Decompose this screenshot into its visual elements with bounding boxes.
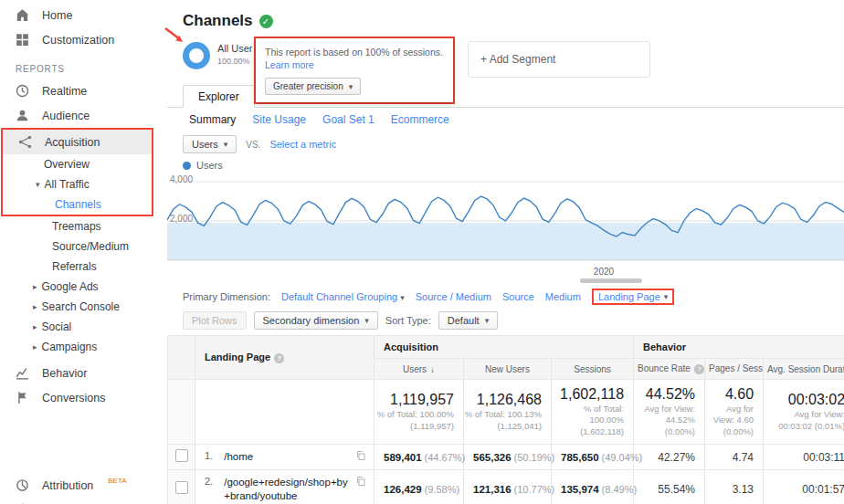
summary-row: 1,119,957% of Total: 100.00% (1,119,957)… <box>168 380 844 445</box>
select-all-header <box>168 336 195 380</box>
sort-descending-icon: ↓ <box>430 364 435 374</box>
sidebar-item-source-medium[interactable]: Source/Medium <box>0 236 167 257</box>
sidebar-item-realtime[interactable]: Realtime <box>0 79 167 103</box>
bounce-rate-column-header[interactable]: Bounce Rate? <box>634 359 705 380</box>
sidebar-item-label: Google Ads <box>42 280 99 293</box>
segment-donut-icon[interactable] <box>183 42 210 69</box>
sidebar-item-campaigns[interactable]: ▸ Campaigns <box>0 337 167 357</box>
legend-label: Users <box>196 160 223 171</box>
copy-icon[interactable] <box>355 476 366 489</box>
summary-pages: 4.60 <box>705 380 763 404</box>
table-toolbar: Plot Rows Secondary dimension ▾ Sort Typ… <box>167 308 844 333</box>
sidebar-item-customization[interactable]: Customization <box>0 27 167 52</box>
sidebar-item-google-ads[interactable]: ▸ Google Ads <box>0 277 167 297</box>
vs-label: VS. <box>246 140 260 150</box>
page-header: Channels ✓ <box>167 0 844 32</box>
sidebar-item-discover[interactable]: Discover <box>0 498 167 504</box>
sidebar-item-channels[interactable]: Channels <box>3 194 152 215</box>
data-table: Landing Page? Acquisition Behavior Users… <box>167 335 844 504</box>
chart-selection-band <box>167 223 844 260</box>
landing-page-column-header[interactable]: Landing Page? <box>195 336 375 380</box>
chart-legend: Users <box>167 158 844 173</box>
dimension-medium[interactable]: Medium <box>545 291 581 302</box>
summary-new-users: 1,126,468 <box>464 385 551 409</box>
segment-detail: 100.00% Users <box>217 57 252 66</box>
new-users-column-header[interactable]: New Users <box>464 359 552 380</box>
row-checkbox[interactable] <box>175 481 188 494</box>
copy-icon[interactable] <box>355 450 366 464</box>
chart-scrollbar-handle[interactable] <box>580 278 642 283</box>
x-axis-label: 2020 <box>594 267 614 277</box>
behavior-group-header: Behavior <box>634 336 844 359</box>
sidebar-item-acquisition[interactable]: Acquisition <box>3 130 152 154</box>
precision-tooltip: This report is based on 100% of sessions… <box>256 38 453 102</box>
sidebar-item-label: Customization <box>42 34 114 47</box>
pages-session-column-header[interactable]: Pages / Session? <box>705 359 764 380</box>
verified-check-icon: ✓ <box>259 15 273 28</box>
learn-more-link[interactable]: Learn more <box>265 59 314 70</box>
chevron-down-icon: ▾ <box>349 82 353 91</box>
sort-type-label: Sort Type: <box>385 315 431 326</box>
beta-badge: BETA <box>108 477 126 485</box>
plot-rows-button[interactable]: Plot Rows <box>183 311 247 330</box>
tab-explorer[interactable]: Explorer <box>183 85 255 108</box>
table-row: 1. /home 589,401(44.67%) 565,326(50.19%)… <box>168 445 844 470</box>
sidebar-item-label: Home <box>42 9 72 22</box>
subtab-summary[interactable]: Summary <box>189 113 236 126</box>
sidebar-item-label: All Traffic <box>45 178 90 191</box>
sidebar-item-label: Acquisition <box>45 136 100 149</box>
sidebar-item-attribution[interactable]: Attribution BETA <box>0 473 167 498</box>
sort-type-button[interactable]: Default ▾ <box>438 311 498 330</box>
sidebar-item-social[interactable]: ▸ Social <box>0 317 167 337</box>
users-column-header[interactable]: Users↓ <box>375 359 464 380</box>
sessions-column-header[interactable]: Sessions <box>552 359 634 380</box>
annotation-box-tooltip: This report is based on 100% of sessions… <box>254 37 455 104</box>
row-checkbox[interactable] <box>175 449 188 462</box>
table-row: 2. /google+redesign/shop+by+brand/youtub… <box>168 470 844 504</box>
metric-bar: Users ▾ VS. Select a metric <box>167 131 844 158</box>
dimension-default-channel-grouping[interactable]: Default Channel Grouping ▾ <box>281 291 405 302</box>
subtab-goal-set-1[interactable]: Goal Set 1 <box>322 113 375 126</box>
sidebar-item-label: Social <box>42 320 72 333</box>
behavior-icon <box>15 365 30 381</box>
sidebar-section-reports: REPORTS <box>0 52 167 79</box>
sidebar-item-overview[interactable]: Overview <box>3 154 152 174</box>
sidebar-item-referrals[interactable]: Referrals <box>0 257 167 277</box>
sidebar-item-label: Attribution <box>42 479 93 492</box>
chart-x-axis: 2020 <box>167 266 844 286</box>
sidebar-item-label: Referrals <box>52 260 97 273</box>
sidebar-item-search-console[interactable]: ▸ Search Console <box>0 297 167 317</box>
all-users-segment[interactable]: All Users 100.00% Users <box>217 43 252 66</box>
chevron-down-icon: ▾ <box>485 316 490 325</box>
subtab-site-usage[interactable]: Site Usage <box>252 113 306 126</box>
greater-precision-button[interactable]: Greater precision ▾ <box>265 78 361 95</box>
sidebar-item-treemaps[interactable]: Treemaps <box>0 216 167 236</box>
help-icon[interactable]: ? <box>694 364 704 374</box>
acquisition-group-header: Acquisition <box>375 336 634 359</box>
primary-dimension-label: Primary Dimension: <box>183 291 270 302</box>
select-metric-link[interactable]: Select a metric <box>269 139 336 150</box>
secondary-dimension-button[interactable]: Secondary dimension ▾ <box>254 311 378 330</box>
chevron-down-icon: ▾ <box>400 293 405 302</box>
dimension-source-medium[interactable]: Source / Medium <box>416 291 491 302</box>
sidebar-item-conversions[interactable]: Conversions <box>0 385 167 410</box>
dimension-source[interactable]: Source <box>502 291 534 302</box>
sidebar-item-behavior[interactable]: Behavior <box>0 361 167 385</box>
acquisition-icon <box>17 134 33 150</box>
subtab-ecommerce[interactable]: Ecommerce <box>391 113 449 126</box>
add-segment-button[interactable]: + Add Segment <box>468 41 650 78</box>
sidebar-item-home[interactable]: Home <box>0 3 167 27</box>
sidebar-item-label: Source/Medium <box>52 240 129 253</box>
summary-bounce: 44.52% <box>634 380 704 404</box>
sidebar-item-all-traffic[interactable]: ▾ All Traffic <box>3 174 152 194</box>
sidebar-item-audience[interactable]: Audience <box>0 103 167 128</box>
help-icon[interactable]: ? <box>274 353 284 363</box>
legend-dot-icon <box>183 162 191 170</box>
chevron-down-icon: ▾ <box>36 180 40 189</box>
tooltip-text: This report is based on 100% of sessions… <box>265 47 443 58</box>
y-axis-tick: 4,000 <box>170 174 193 184</box>
session-duration-column-header[interactable]: Avg. Session Duration <box>764 359 844 380</box>
chevron-down-icon: ▾ <box>364 316 369 325</box>
metric-selector[interactable]: Users ▾ <box>183 135 237 153</box>
dimension-landing-page[interactable]: Landing Page <box>598 291 660 302</box>
